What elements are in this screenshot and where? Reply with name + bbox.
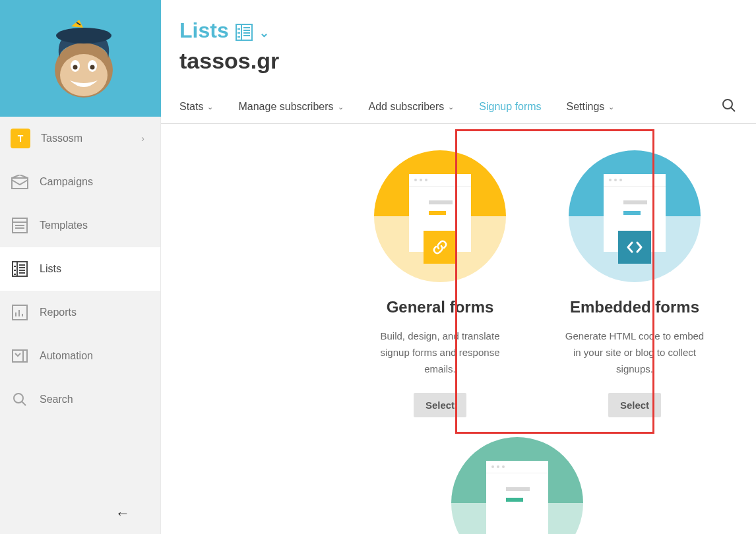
chevron-down-icon: ⌄: [448, 103, 454, 111]
nav-label: Campaigns: [40, 176, 144, 188]
breadcrumb-label: Lists: [179, 18, 229, 43]
tab-stats[interactable]: Stats ⌄: [179, 101, 213, 113]
select-embedded-forms-button[interactable]: Select: [608, 393, 661, 417]
card-subscriber-popup-illustration: [451, 437, 583, 534]
collapse-sidebar-button[interactable]: ←: [115, 505, 130, 522]
tab-label: Signup forms: [479, 101, 541, 113]
mailchimp-logo-icon: [47, 20, 120, 99]
nav-search[interactable]: Search: [0, 378, 160, 421]
user-avatar: T: [11, 129, 30, 148]
user-name-label: Tassosm: [41, 133, 141, 144]
svg-point-38: [723, 100, 732, 109]
logo[interactable]: [0, 0, 161, 117]
svg-rect-26: [23, 350, 27, 362]
breadcrumb-lists[interactable]: Lists ⌄: [179, 18, 756, 43]
svg-point-6: [56, 28, 111, 44]
tab-manage-subscribers[interactable]: Manage subscribers ⌄: [238, 101, 343, 113]
nav-campaigns[interactable]: Campaigns: [0, 160, 160, 204]
svg-point-27: [14, 394, 23, 403]
svg-line-28: [22, 401, 26, 405]
svg-point-5: [90, 65, 95, 70]
lists-icon: [11, 260, 29, 278]
card-general-forms: General forms Build, design, and transla…: [354, 150, 526, 417]
envelope-icon: [11, 173, 29, 191]
page-title: tassos.gr: [179, 48, 756, 74]
nav-automation[interactable]: Automation: [0, 334, 160, 378]
search-icon: [11, 390, 29, 409]
chevron-right-icon: ›: [141, 133, 144, 144]
embedded-forms-illustration: [569, 150, 701, 282]
card-title: Embedded forms: [549, 298, 720, 316]
svg-point-4: [73, 65, 78, 70]
main: Lists ⌄ tassos.gr Stats ⌄ Manage subscri…: [161, 0, 756, 534]
barchart-icon: [11, 303, 29, 322]
automation-icon: [11, 347, 29, 365]
tab-add-subscribers[interactable]: Add subscribers ⌄: [369, 101, 455, 113]
nav-user[interactable]: T Tassosm ›: [0, 117, 160, 160]
chevron-down-icon: ⌄: [207, 103, 213, 111]
svg-rect-7: [12, 178, 28, 189]
nav-label: Reports: [40, 307, 144, 318]
tab-label: Add subscribers: [369, 101, 445, 113]
nav-templates[interactable]: Templates: [0, 204, 160, 247]
nav-label: Lists: [40, 263, 144, 275]
nav-label: Templates: [40, 220, 144, 231]
nav: T Tassosm › Campaigns Templates: [0, 117, 160, 421]
code-icon: [618, 231, 651, 264]
card-embedded-forms: Embedded forms Generate HTML code to emb…: [549, 150, 720, 417]
nav-label: Automation: [40, 350, 144, 362]
nav-lists[interactable]: Lists: [0, 247, 160, 291]
select-general-forms-button[interactable]: Select: [414, 393, 466, 417]
tab-label: Manage subscribers: [238, 101, 333, 113]
search-icon: [722, 98, 736, 113]
tab-signup-forms[interactable]: Signup forms: [479, 101, 541, 113]
chevron-down-icon: ⌄: [259, 26, 269, 40]
card-description: Generate HTML code to embed in your site…: [562, 328, 707, 377]
card-title: General forms: [354, 298, 526, 316]
nav-reports[interactable]: Reports: [0, 291, 160, 334]
svg-point-1: [60, 54, 108, 96]
svg-line-39: [731, 107, 735, 111]
tab-label: Settings: [567, 101, 605, 113]
link-icon: [424, 231, 457, 264]
sidebar: T Tassosm › Campaigns Templates: [0, 0, 161, 534]
nav-label: Search: [40, 394, 144, 405]
chevron-down-icon: ⌄: [338, 103, 344, 111]
tab-settings[interactable]: Settings ⌄: [567, 101, 615, 113]
general-forms-illustration: [374, 150, 506, 282]
page-header: Lists ⌄ tassos.gr: [161, 0, 756, 90]
template-icon: [11, 216, 29, 235]
tab-label: Stats: [179, 101, 203, 113]
lists-icon: [236, 24, 253, 41]
chevron-down-icon: ⌄: [608, 103, 614, 111]
search-button[interactable]: [722, 98, 736, 115]
card-description: Build, design, and translate signup form…: [367, 328, 513, 377]
svg-rect-16: [17, 262, 27, 276]
form-type-cards: General forms Build, design, and transla…: [161, 124, 756, 150]
tabbar: Stats ⌄ Manage subscribers ⌄ Add subscri…: [161, 90, 756, 124]
